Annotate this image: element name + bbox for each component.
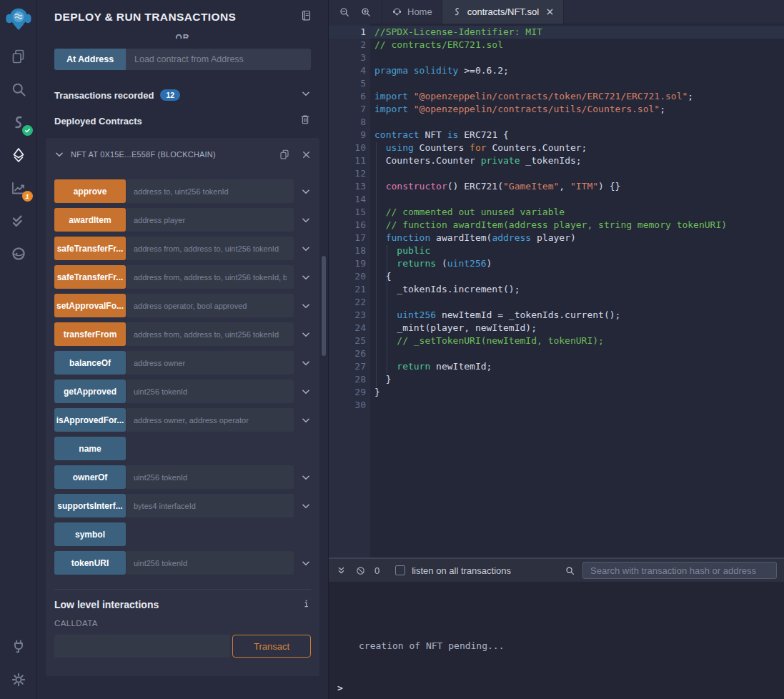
clear-console-icon[interactable]: [355, 565, 366, 576]
function-input-isapprovedfor-8[interactable]: [126, 408, 294, 432]
expand-parameters-icon[interactable]: [294, 387, 311, 397]
code-text: function awardItem(address player): [366, 232, 576, 244]
function-button-awarditem-1[interactable]: awardItem: [54, 208, 126, 232]
info-icon[interactable]: [302, 598, 311, 611]
at-address-button[interactable]: At Address: [54, 49, 126, 70]
code-text: {: [366, 270, 391, 283]
expand-parameters-icon[interactable]: [294, 272, 311, 282]
code-text: _tokenIds.increment();: [366, 283, 520, 296]
unit-testing-icon[interactable]: [8, 210, 29, 232]
code-line: 13 constructor() ERC721("GameItem", "ITM…: [329, 180, 784, 193]
code-line: 26: [329, 347, 784, 360]
line-number: 7: [329, 103, 366, 116]
section-divider: [54, 589, 311, 590]
file-explorer-icon[interactable]: [8, 46, 29, 67]
deployed-contracts-label: Deployed Contracts: [54, 116, 142, 127]
deploy-run-icon[interactable]: [8, 144, 29, 166]
line-number: 17: [329, 232, 366, 244]
documentation-icon[interactable]: [300, 9, 312, 24]
code-text: pragma solidity >=0.6.2;: [366, 64, 509, 77]
code-editor[interactable]: 1//SPDX-License-Identifier: MIT2// contr…: [329, 24, 784, 557]
plugin-manager-icon[interactable]: [8, 636, 29, 658]
tab-home[interactable]: Home: [382, 0, 442, 24]
line-number: 23: [329, 309, 366, 322]
function-button-supportsinterf-11[interactable]: supportsInterf...: [54, 494, 126, 517]
deployed-contracts-row: Deployed Contracts: [54, 114, 311, 128]
function-button-getapproved-7[interactable]: getApproved: [54, 380, 126, 403]
at-address-input[interactable]: [126, 49, 311, 70]
function-input-safetransferfr-2[interactable]: [126, 237, 294, 260]
function-button-approve-0[interactable]: approve: [54, 179, 126, 203]
expand-parameters-icon[interactable]: [294, 558, 311, 568]
transact-button[interactable]: Transact: [232, 635, 311, 658]
expand-parameters-icon[interactable]: [294, 244, 311, 254]
line-number: 26: [329, 347, 366, 360]
zoom-in-icon[interactable]: [360, 6, 372, 18]
expand-parameters-icon[interactable]: [294, 301, 311, 311]
sourcify-icon[interactable]: [8, 243, 29, 264]
transactions-count-badge: 12: [160, 89, 180, 101]
function-button-safetransferfr-3[interactable]: safeTransferFr...: [54, 265, 126, 289]
expand-parameters-icon[interactable]: [294, 501, 311, 511]
line-number: 19: [329, 257, 366, 270]
function-button-symbol-12[interactable]: symbol: [54, 522, 126, 546]
code-line: 20 {: [329, 270, 784, 283]
function-button-setapprovalfo-4[interactable]: setApprovalFo...: [54, 294, 126, 317]
function-input-transferfrom-5[interactable]: [126, 322, 294, 346]
expand-parameters-icon[interactable]: [294, 415, 311, 425]
code-text: constructor() ERC721("GameItem", "ITM") …: [366, 180, 620, 193]
expand-parameters-icon[interactable]: [294, 472, 311, 482]
search-icon[interactable]: [8, 79, 29, 100]
function-input-supportsinterf-11[interactable]: [126, 494, 294, 517]
function-input-ownerof-10[interactable]: [126, 465, 294, 489]
close-icon[interactable]: [302, 150, 311, 159]
expand-terminal-icon[interactable]: [336, 565, 347, 576]
code-text: import "@openzeppelin/contracts/utils/Co…: [366, 103, 665, 116]
code-text: public: [366, 244, 430, 257]
function-row: setApprovalFo...: [54, 294, 311, 317]
function-input-awarditem-1[interactable]: [126, 208, 294, 232]
code-text: // _setTokenURI(newItemId, tokenURI);: [366, 334, 604, 347]
function-button-tokenuri-13[interactable]: tokenURI: [54, 551, 126, 575]
settings-icon[interactable]: [8, 669, 29, 690]
expand-parameters-icon[interactable]: [294, 187, 311, 197]
function-input-getapproved-7[interactable]: [126, 380, 294, 403]
function-button-ownerof-10[interactable]: ownerOf: [54, 465, 126, 489]
code-line: 30: [329, 399, 784, 412]
trash-icon[interactable]: [299, 114, 311, 128]
code-text: // commented out unused variable: [366, 206, 565, 219]
close-tab-icon[interactable]: [546, 8, 554, 16]
sidepanel-scrollbar[interactable]: [322, 256, 326, 356]
function-input-setapprovalfo-4[interactable]: [126, 294, 294, 317]
function-button-name-9[interactable]: name: [54, 437, 126, 460]
solidity-compiler-icon[interactable]: [8, 111, 29, 133]
copy-icon[interactable]: [279, 149, 290, 160]
function-button-transferfrom-5[interactable]: transferFrom: [54, 322, 126, 346]
expand-parameters-icon[interactable]: [294, 358, 311, 368]
remix-logo-icon[interactable]: [4, 4, 33, 34]
line-number: 20: [329, 270, 366, 283]
calldata-input[interactable]: [54, 635, 230, 658]
expand-parameters-icon[interactable]: [294, 215, 311, 225]
statistics-icon[interactable]: 1: [8, 177, 29, 199]
chevron-down-icon[interactable]: [301, 89, 311, 101]
function-input-approve-0[interactable]: [126, 179, 294, 203]
collapse-chevron-icon[interactable]: [54, 149, 64, 159]
terminal-output-area[interactable]: creation of NFT pending... >: [329, 582, 784, 699]
zoom-out-icon[interactable]: [339, 6, 350, 18]
code-text: uint256 newItemId = _tokenIds.current();: [366, 309, 620, 322]
function-button-isapprovedfor-8[interactable]: isApprovedFor...: [54, 408, 126, 432]
expand-parameters-icon[interactable]: [294, 329, 311, 339]
function-input-tokenuri-13[interactable]: [126, 551, 294, 575]
line-number: 12: [329, 167, 366, 180]
terminal-search-input[interactable]: [582, 562, 777, 579]
function-button-safetransferfr-2[interactable]: safeTransferFr...: [54, 237, 126, 260]
tab-contracts-nft-sol[interactable]: contracts/NFT.sol: [442, 0, 564, 24]
function-row: ownerOf: [54, 465, 311, 489]
function-button-balanceof-6[interactable]: balanceOf: [54, 351, 126, 375]
or-label: OR: [176, 33, 190, 39]
transactions-recorded-row[interactable]: Transactions recorded 12: [54, 89, 311, 101]
listen-transactions-checkbox[interactable]: [395, 565, 405, 575]
function-input-safetransferfr-3[interactable]: [126, 265, 294, 289]
function-input-balanceof-6[interactable]: [126, 351, 294, 375]
